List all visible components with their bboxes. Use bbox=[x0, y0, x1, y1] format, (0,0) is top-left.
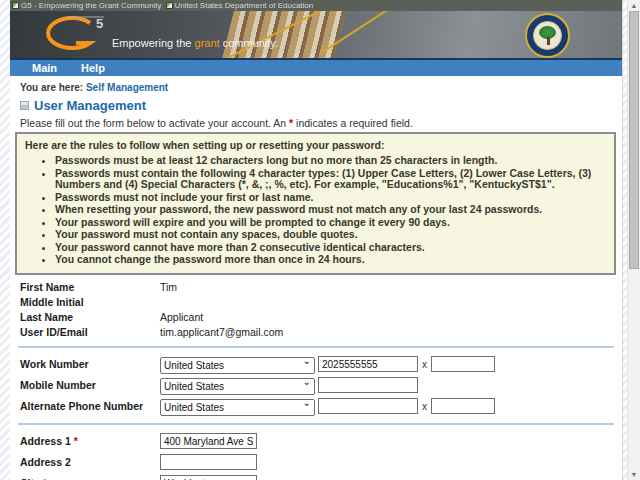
password-rule: You cannot change the password more than… bbox=[55, 254, 606, 266]
field-label: Address 2 bbox=[20, 456, 160, 468]
alternate-extension-input[interactable] bbox=[431, 398, 495, 414]
country-select-wrap: United States bbox=[160, 355, 315, 374]
password-rules-box: Here are the rules to follow when settin… bbox=[15, 132, 616, 275]
work-number-input[interactable] bbox=[318, 356, 418, 372]
address-section: Address 1 * Address 2 City * State * + D… bbox=[20, 431, 622, 480]
breadcrumb-prefix: You are here: bbox=[20, 82, 83, 93]
tab-title: United States Department of Education bbox=[175, 1, 314, 10]
password-rule: Passwords must be at least 12 characters… bbox=[55, 155, 606, 167]
field-row-user-id-email: User ID/Email tim.applicant7@gmail.com bbox=[20, 325, 622, 340]
work-country-select[interactable]: United States bbox=[160, 357, 315, 374]
form-instruction: Please fill out the form below to activa… bbox=[20, 117, 622, 129]
field-label: First Name bbox=[20, 281, 160, 293]
address-row-2: Address 2 bbox=[20, 452, 622, 473]
main-page: G5 - Empowering the Grant Community Unit… bbox=[10, 0, 623, 480]
field-label: Middle Initial bbox=[20, 296, 160, 308]
banner-tagline: Empowering the grant community. bbox=[112, 37, 278, 49]
page-content: You are here: Self Management User Manag… bbox=[10, 82, 622, 480]
field-row-middle-initial: Middle Initial bbox=[20, 295, 622, 310]
breadcrumb: You are here: Self Management bbox=[20, 82, 622, 93]
phone-row-work: Work Number United States x bbox=[20, 354, 622, 375]
nav-item-help[interactable]: Help bbox=[81, 62, 105, 74]
field-value: tim.applicant7@gmail.com bbox=[160, 326, 283, 338]
address1-input[interactable] bbox=[160, 433, 257, 449]
seal-trunk bbox=[547, 37, 550, 45]
page-icon bbox=[166, 2, 173, 9]
breadcrumb-self-management-link[interactable]: Self Management bbox=[86, 82, 168, 93]
phone-row-mobile: Mobile Number United States bbox=[20, 375, 622, 396]
password-rule: Passwords must not include your first or… bbox=[55, 192, 606, 204]
address2-input[interactable] bbox=[160, 454, 257, 470]
field-value: Tim bbox=[160, 281, 177, 293]
main-navbar: Main Help bbox=[10, 58, 622, 76]
browser-tab-ed[interactable]: United States Department of Education bbox=[166, 1, 314, 10]
mobile-number-input[interactable] bbox=[318, 377, 418, 393]
section-divider bbox=[18, 423, 614, 425]
user-management-icon bbox=[20, 101, 29, 110]
password-rule: Your password cannot have more than 2 co… bbox=[55, 242, 606, 254]
extension-label: x bbox=[422, 401, 427, 412]
scroll-up-icon[interactable]: ▲ bbox=[628, 1, 640, 10]
password-rules-list: Passwords must be at least 12 characters… bbox=[25, 155, 606, 266]
scroll-down-icon[interactable]: ▼ bbox=[628, 470, 640, 479]
password-rule: Your password must not contain any space… bbox=[55, 229, 606, 241]
department-of-education-seal-icon bbox=[525, 13, 570, 58]
field-label: User ID/Email bbox=[20, 326, 160, 338]
page-icon bbox=[12, 2, 19, 9]
alternate-country-select[interactable]: United States bbox=[160, 399, 315, 416]
city-row: City * bbox=[20, 473, 622, 480]
mobile-country-select[interactable]: United States bbox=[160, 378, 315, 395]
nav-item-main[interactable]: Main bbox=[32, 62, 57, 74]
required-asterisk: * bbox=[74, 435, 78, 447]
city-input[interactable] bbox=[160, 475, 257, 480]
field-label: Address 1 * bbox=[20, 435, 160, 447]
site-banner: 5 Empowering the grant community. bbox=[10, 11, 622, 58]
tab-title: G5 - Empowering the Grant Community bbox=[21, 1, 162, 10]
field-row-first-name: First Name Tim bbox=[20, 280, 622, 295]
password-rules-title: Here are the rules to follow when settin… bbox=[25, 139, 606, 151]
browser-tab-strip: G5 - Empowering the Grant Community Unit… bbox=[10, 0, 622, 11]
field-value: Applicant bbox=[160, 311, 203, 323]
profile-section: First Name Tim Middle Initial Last Name … bbox=[20, 280, 622, 340]
work-extension-input[interactable] bbox=[431, 356, 495, 372]
phone-row-alternate: Alternate Phone Number United States x bbox=[20, 396, 622, 417]
country-select-wrap: United States bbox=[160, 376, 315, 395]
password-rule: Your password will expire and you will b… bbox=[55, 217, 606, 229]
alternate-number-input[interactable] bbox=[318, 398, 418, 414]
field-row-last-name: Last Name Applicant bbox=[20, 310, 622, 325]
vertical-scrollbar[interactable]: ▲ ▼ bbox=[627, 0, 640, 480]
field-label: Last Name bbox=[20, 311, 160, 323]
country-select-wrap: United States bbox=[160, 397, 315, 416]
scrollbar-thumb[interactable] bbox=[629, 11, 639, 269]
field-label: Mobile Number bbox=[20, 379, 160, 391]
password-rule: When resetting your password, the new pa… bbox=[55, 204, 606, 216]
page-title: User Management bbox=[20, 98, 622, 113]
g5-logo: 5 bbox=[34, 13, 112, 58]
field-label: Alternate Phone Number bbox=[20, 400, 160, 412]
extension-label: x bbox=[422, 359, 427, 370]
field-label: Work Number bbox=[20, 358, 160, 370]
section-divider bbox=[18, 346, 614, 348]
phone-section: Work Number United States x Mobile Numbe… bbox=[20, 354, 622, 417]
address-row-1: Address 1 * bbox=[20, 431, 622, 452]
browser-tab-g5[interactable]: G5 - Empowering the Grant Community bbox=[12, 1, 162, 10]
logo-number: 5 bbox=[96, 16, 103, 31]
password-rule: Passwords must contain the following 4 c… bbox=[55, 168, 606, 191]
